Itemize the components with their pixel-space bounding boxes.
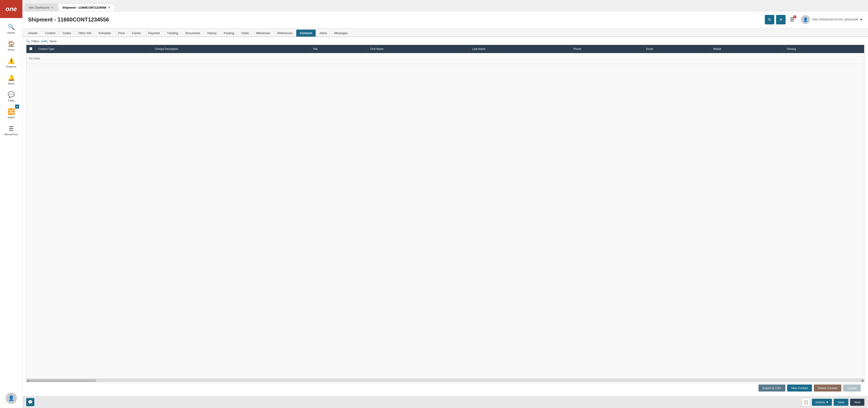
header-actions: ↻ ✕ ☰ ★ 👤 TMS.TRANSPORTATION_MANAGER ▼ bbox=[765, 15, 863, 24]
warning-icon: ⚠️ bbox=[8, 57, 15, 64]
scroll-right-arrow[interactable]: ▶ bbox=[861, 379, 864, 382]
content-area: Shipment - 11660CONT1234556 ↻ ✕ ☰ ★ 👤 TM… bbox=[23, 11, 868, 408]
contacts-table: Contact Type Contact Description Title F… bbox=[26, 45, 864, 64]
contacts-area: 🔍 Filters (edit): None Contact Type bbox=[23, 37, 868, 396]
tab-carrier[interactable]: Carrier bbox=[128, 30, 144, 37]
menu-icon: ☰ bbox=[8, 125, 14, 132]
tab-holds[interactable]: Holds bbox=[238, 30, 252, 37]
tab-header[interactable]: Header bbox=[25, 30, 41, 37]
actions-dropdown-arrow: ▼ bbox=[826, 401, 829, 404]
tab-history[interactable]: History bbox=[204, 30, 220, 37]
sidebar-item-search[interactable]: 🔍 Search bbox=[0, 20, 22, 37]
col-checkbox bbox=[26, 45, 35, 53]
footer-bar: 💬 📋 Actions ▼ Save Next bbox=[23, 396, 868, 408]
next-button[interactable]: Next bbox=[850, 399, 864, 406]
tab-price[interactable]: Price bbox=[115, 30, 128, 37]
tab-references[interactable]: References bbox=[274, 30, 296, 37]
tab-packing[interactable]: Packing bbox=[220, 30, 238, 37]
tab-content[interactable]: Content bbox=[42, 30, 59, 37]
chat-icon: 💬 bbox=[8, 91, 15, 98]
tab-bar: Neo Dashboard ✕ Shipment - 11660CONT1234… bbox=[23, 0, 868, 11]
footer-chat-button[interactable]: 💬 bbox=[26, 398, 34, 406]
save-button[interactable]: Save bbox=[834, 399, 848, 406]
col-mobile: Mobile bbox=[710, 45, 784, 53]
no-data-cell: No Data bbox=[26, 53, 864, 64]
switch-badge: ⇄ bbox=[15, 104, 19, 108]
tab-close-shipment[interactable]: ✕ bbox=[108, 6, 111, 9]
notification-badge: ★ bbox=[793, 15, 797, 19]
tab-close-neo-dashboard[interactable]: ✕ bbox=[51, 6, 54, 9]
tab-documents[interactable]: Documents bbox=[182, 30, 204, 37]
sidebar-item-home[interactable]: 🏠 Home bbox=[0, 37, 22, 54]
user-section: 👤 TMS.TRANSPORTATION_MANAGER ▼ bbox=[801, 15, 863, 24]
bottom-actions: Export to CSV New Contact Delete Contact… bbox=[26, 382, 864, 394]
update-button[interactable]: Update bbox=[843, 384, 861, 391]
filters-value: None bbox=[50, 39, 57, 43]
horizontal-scrollbar[interactable]: ◀ ▶ bbox=[26, 379, 864, 382]
page-title: Shipment - 11660CONT1234556 bbox=[28, 17, 765, 23]
footer-copy-button[interactable]: 📋 bbox=[802, 398, 810, 406]
sidebar: one 🔍 Search 🏠 Home ⚠️ Problems 🔔 Alerts… bbox=[0, 0, 23, 408]
close-button[interactable]: ✕ bbox=[776, 15, 785, 24]
tab-alerts-nav[interactable]: Alerts bbox=[316, 30, 330, 37]
tab-contacts[interactable]: Contacts bbox=[296, 30, 316, 37]
col-contact-type: Contact Type bbox=[35, 45, 152, 53]
sidebar-item-problems[interactable]: ⚠️ Problems bbox=[0, 54, 22, 71]
select-all-checkbox[interactable] bbox=[29, 47, 32, 50]
tab-payment[interactable]: Payment bbox=[145, 30, 163, 37]
sidebar-item-menus-favs[interactable]: ☰ Menus/Favs bbox=[0, 122, 22, 139]
sidebar-item-user[interactable]: 👤 bbox=[0, 389, 22, 408]
tab-milestones[interactable]: Milestones bbox=[253, 30, 274, 37]
sidebar-item-chats[interactable]: 💬 Chats bbox=[0, 88, 22, 105]
notification-button[interactable]: ☰ ★ bbox=[787, 15, 797, 24]
scroll-thumb[interactable] bbox=[28, 380, 96, 382]
tab-shipment[interactable]: Shipment - 11660CONT1234556 ✕ bbox=[59, 4, 115, 11]
col-owning: Owning bbox=[784, 45, 864, 53]
sidebar-bottom: 👤 bbox=[0, 389, 22, 408]
app-logo: one bbox=[0, 0, 22, 18]
col-email: Email bbox=[643, 45, 710, 53]
delete-contact-button[interactable]: Delete Contact bbox=[814, 384, 841, 391]
tab-schedule[interactable]: Schedule bbox=[95, 30, 114, 37]
sidebar-item-alerts[interactable]: 🔔 Alerts bbox=[0, 71, 22, 88]
search-icon: 🔍 bbox=[8, 24, 15, 30]
contacts-table-wrapper: Contact Type Contact Description Title F… bbox=[26, 45, 864, 379]
col-phone: Phone bbox=[570, 45, 643, 53]
user-name: TMS.TRANSPORTATION_MANAGER bbox=[812, 18, 858, 21]
footer-right: 📋 Actions ▼ Save Next bbox=[802, 398, 864, 406]
header-bar: Shipment - 11660CONT1234556 ↻ ✕ ☰ ★ 👤 TM… bbox=[23, 11, 868, 28]
nav-tabs: Header Content Codes Other Info Schedule… bbox=[23, 28, 868, 37]
col-contact-description: Contact Description bbox=[152, 45, 310, 53]
refresh-button[interactable]: ↻ bbox=[765, 15, 774, 24]
bell-icon: 🔔 bbox=[8, 74, 15, 81]
table-header-row: Contact Type Contact Description Title F… bbox=[26, 45, 864, 53]
tab-codes[interactable]: Codes bbox=[59, 30, 74, 37]
table-no-data-row: No Data bbox=[26, 53, 864, 64]
filters-bar: 🔍 Filters (edit): None bbox=[26, 39, 864, 43]
contacts-table-body: No Data bbox=[26, 53, 864, 64]
user-avatar-sidebar: 👤 bbox=[6, 393, 17, 404]
col-first-name: First Name bbox=[367, 45, 469, 53]
col-last-name: Last Name bbox=[469, 45, 570, 53]
tab-other-info[interactable]: Other Info bbox=[75, 30, 95, 37]
actions-button[interactable]: Actions ▼ bbox=[812, 399, 832, 406]
main-content: Neo Dashboard ✕ Shipment - 11660CONT1234… bbox=[23, 0, 868, 408]
new-contact-button[interactable]: New Contact bbox=[787, 384, 812, 391]
user-dropdown-chevron[interactable]: ▼ bbox=[860, 18, 863, 21]
tab-neo-dashboard[interactable]: Neo Dashboard ✕ bbox=[25, 4, 58, 11]
copy-icon: 📋 bbox=[804, 400, 808, 404]
footer-chat-icon: 💬 bbox=[28, 400, 33, 405]
export-csv-button[interactable]: Export to CSV bbox=[758, 384, 785, 391]
filter-icon: 🔍 bbox=[26, 39, 30, 43]
filters-edit-link[interactable]: (edit): bbox=[41, 39, 48, 43]
sidebar-item-switch[interactable]: 🔀 ⇄ Switch bbox=[0, 105, 22, 122]
user-avatar: 👤 bbox=[801, 15, 810, 24]
switch-icon: 🔀 bbox=[8, 108, 15, 115]
tab-tracking[interactable]: Tracking bbox=[163, 30, 181, 37]
col-title: Title bbox=[310, 45, 367, 53]
tab-messages[interactable]: Messages bbox=[331, 30, 351, 37]
home-icon: 🏠 bbox=[8, 40, 15, 48]
